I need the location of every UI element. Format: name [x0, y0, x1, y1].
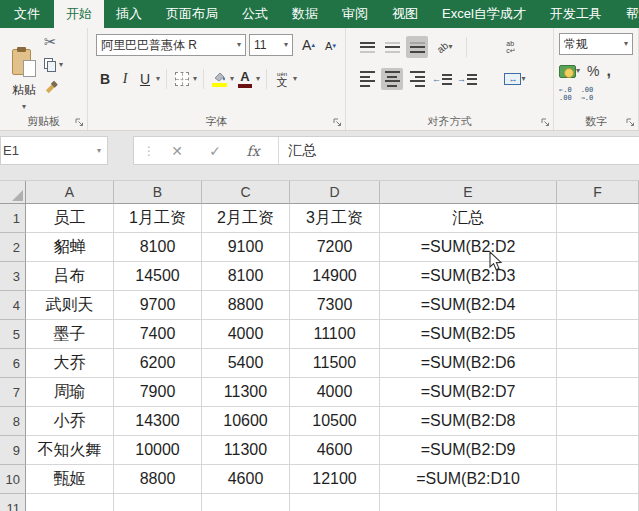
cell-B4[interactable]: 9700 [114, 291, 202, 320]
cell-D11[interactable] [290, 494, 380, 511]
cell-F10[interactable] [557, 465, 639, 494]
cell-C5[interactable]: 4000 [202, 320, 290, 349]
cell-F3[interactable] [557, 262, 639, 291]
ribbon-tab-页面布局[interactable]: 页面布局 [154, 0, 230, 28]
ribbon-tab-视图[interactable]: 视图 [380, 0, 430, 28]
font-color-button[interactable]: A [236, 67, 254, 91]
ribbon-tab-Excel自学成才[interactable]: Excel自学成才 [430, 0, 538, 28]
cell-C8[interactable]: 10600 [202, 407, 290, 436]
percent-style-button[interactable]: % [587, 63, 599, 79]
cell-B11[interactable] [114, 494, 202, 511]
cell-A9[interactable]: 不知火舞 [26, 436, 114, 465]
cell-C9[interactable]: 11300 [202, 436, 290, 465]
accounting-format-button[interactable]: ▾ [559, 65, 580, 78]
column-header-D[interactable]: D [290, 181, 380, 204]
bottom-align-button[interactable] [406, 36, 428, 58]
orientation-button[interactable]: ab ▾ [431, 36, 459, 58]
chevron-down-icon[interactable]: ▾ [59, 61, 63, 69]
align-right-button[interactable] [406, 68, 428, 90]
row-header-11[interactable]: 11 [0, 494, 26, 511]
cell-A5[interactable]: 墨子 [26, 320, 114, 349]
cell-A2[interactable]: 貂蝉 [26, 233, 114, 262]
cell-C3[interactable]: 8100 [202, 262, 290, 291]
cell-E6[interactable]: =SUM(B2:D6 [380, 349, 557, 378]
increase-indent-button[interactable]: → [456, 68, 478, 90]
row-header-8[interactable]: 8 [0, 407, 26, 436]
decrease-decimal-button[interactable]: .00 →.0 [581, 86, 594, 102]
row-header-2[interactable]: 2 [0, 233, 26, 262]
cell-D3[interactable]: 14900 [290, 262, 380, 291]
row-header-3[interactable]: 3 [0, 262, 26, 291]
borders-button[interactable] [173, 67, 191, 91]
cell-F7[interactable] [557, 378, 639, 407]
chevron-down-icon[interactable]: ▾ [22, 103, 26, 111]
bold-button[interactable]: B [96, 67, 114, 91]
underline-button[interactable]: U [136, 67, 154, 91]
cell-A8[interactable]: 小乔 [26, 407, 114, 436]
cell-B9[interactable]: 10000 [114, 436, 202, 465]
cell-A1[interactable]: 员工 [26, 204, 114, 233]
cell-D6[interactable]: 11500 [290, 349, 380, 378]
merge-center-button[interactable]: ↔ ▾ [497, 68, 533, 90]
cell-D9[interactable]: 4600 [290, 436, 380, 465]
cell-B5[interactable]: 7400 [114, 320, 202, 349]
cell-D10[interactable]: 12100 [290, 465, 380, 494]
paste-button[interactable]: 粘贴 ▾ [6, 33, 42, 123]
cell-E1[interactable]: 汇总 [380, 204, 557, 233]
wrap-text-button[interactable]: ab c↵ [496, 36, 526, 58]
cell-C6[interactable]: 5400 [202, 349, 290, 378]
row-header-10[interactable]: 10 [0, 465, 26, 494]
center-button[interactable] [381, 68, 403, 90]
alignment-dialog-launcher-icon[interactable] [541, 118, 550, 127]
cell-F2[interactable] [557, 233, 639, 262]
drag-handle-icon[interactable]: ⋮ [134, 144, 158, 158]
cell-A3[interactable]: 吕布 [26, 262, 114, 291]
cell-F1[interactable] [557, 204, 639, 233]
number-format-combobox[interactable]: 常规 ▾ [559, 33, 633, 55]
cell-E4[interactable]: =SUM(B2:D4 [380, 291, 557, 320]
cancel-button[interactable]: ✕ [158, 143, 196, 159]
cell-F9[interactable] [557, 436, 639, 465]
row-header-1[interactable]: 1 [0, 204, 26, 233]
cell-D1[interactable]: 3月工资 [290, 204, 380, 233]
cell-A10[interactable]: 甄姬 [26, 465, 114, 494]
insert-function-button[interactable]: fx [234, 143, 272, 159]
comma-style-button[interactable]: , [606, 62, 610, 80]
cell-E9[interactable]: =SUM(B2:D9 [380, 436, 557, 465]
chevron-down-icon[interactable]: ▾ [193, 75, 197, 83]
formula-input[interactable]: 汇总 [279, 142, 639, 160]
cell-E11[interactable] [380, 494, 557, 511]
cell-F11[interactable] [557, 494, 639, 511]
cell-A4[interactable]: 武则天 [26, 291, 114, 320]
fill-color-button[interactable] [210, 67, 228, 91]
column-header-F[interactable]: F [557, 181, 639, 204]
top-align-button[interactable] [356, 36, 378, 58]
ribbon-tab-插入[interactable]: 插入 [104, 0, 154, 28]
cell-F4[interactable] [557, 291, 639, 320]
row-header-9[interactable]: 9 [0, 436, 26, 465]
cell-E3[interactable]: =SUM(B2:D3 [380, 262, 557, 291]
chevron-down-icon[interactable]: ▾ [256, 75, 260, 83]
cell-D8[interactable]: 10500 [290, 407, 380, 436]
italic-button[interactable]: I [116, 67, 134, 91]
cell-C4[interactable]: 8800 [202, 291, 290, 320]
cell-C11[interactable] [202, 494, 290, 511]
decrease-indent-button[interactable]: ← [431, 68, 453, 90]
row-header-5[interactable]: 5 [0, 320, 26, 349]
number-dialog-launcher-icon[interactable] [626, 118, 635, 127]
align-left-button[interactable] [356, 68, 378, 90]
format-painter-button[interactable] [44, 79, 59, 96]
cell-B10[interactable]: 8800 [114, 465, 202, 494]
cut-button[interactable]: ✂ [44, 33, 57, 50]
font-size-combobox[interactable]: 11 ▾ [249, 34, 293, 56]
cell-C10[interactable]: 4600 [202, 465, 290, 494]
ribbon-tab-数据[interactable]: 数据 [280, 0, 330, 28]
chevron-down-icon[interactable]: ▾ [293, 75, 297, 83]
font-name-combobox[interactable]: 阿里巴巴普惠体 R ▾ [96, 34, 246, 56]
chevron-down-icon[interactable]: ▾ [230, 75, 234, 83]
chevron-down-icon[interactable]: ▾ [156, 75, 160, 83]
cell-D5[interactable]: 11100 [290, 320, 380, 349]
cell-A6[interactable]: 大乔 [26, 349, 114, 378]
column-header-B[interactable]: B [114, 181, 202, 204]
middle-align-button[interactable] [381, 36, 403, 58]
